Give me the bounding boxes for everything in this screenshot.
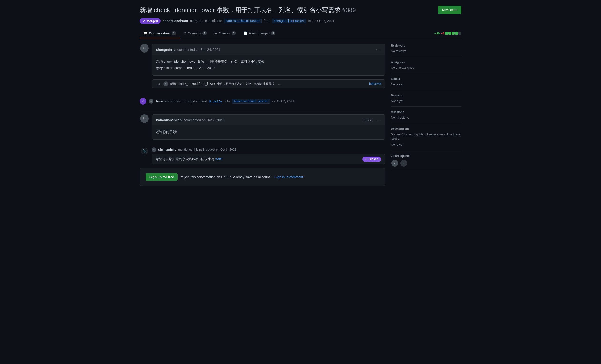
diff-block-3 bbox=[452, 32, 455, 35]
reviewers-label: Reviewers bbox=[391, 44, 461, 47]
files-icon: 📄 bbox=[243, 31, 247, 35]
diff-stats: +29 −0 bbox=[434, 32, 461, 35]
owner-badge: Owner bbox=[362, 118, 373, 122]
milestone-label: Milestone bbox=[391, 110, 461, 114]
commit-message: 新增 check_identifier_lower 参数，用于打开表名、列名、索… bbox=[170, 82, 274, 86]
new-issue-button[interactable]: New issue bbox=[438, 6, 461, 14]
tab-conversation[interactable]: 💬 Conversation 1 bbox=[140, 29, 180, 38]
merged-action: merged commit bbox=[184, 99, 207, 103]
development-label: Development bbox=[391, 127, 461, 130]
pr-meta-user: hanchuanchuan bbox=[162, 19, 188, 23]
participants-label: 2 participants bbox=[391, 154, 461, 158]
signup-button[interactable]: Sign up for free bbox=[146, 173, 178, 181]
sidebar-projects: Projects None yet bbox=[391, 90, 461, 107]
sidebar-participants: 2 participants S H bbox=[391, 150, 461, 171]
commit-hash[interactable]: b083948 bbox=[369, 82, 381, 86]
svg-text:S: S bbox=[394, 162, 395, 164]
comment-author-2[interactable]: hanchuanchuan bbox=[156, 118, 181, 122]
diff-block-2 bbox=[449, 32, 451, 35]
reviewers-value: No reviews bbox=[391, 49, 461, 53]
sidebar-milestone: Milestone No milestone bbox=[391, 107, 461, 123]
sidebar-assignees: Assignees No one assigned bbox=[391, 57, 461, 73]
diff-additions: +29 bbox=[434, 32, 440, 35]
comment-date-2: commented on Oct 7, 2021 bbox=[183, 118, 224, 122]
comment-menu-button-1[interactable]: ··· bbox=[375, 47, 381, 53]
merged-commit-link[interactable]: 9fdaf5e bbox=[209, 100, 222, 103]
merged-event: ⤢ H hanchuanchuan merged commit 9fdaf5e … bbox=[140, 96, 385, 108]
svg-text:H: H bbox=[150, 100, 152, 102]
pr-title: 新增 check_identifier_lower 参数，用于打开表名、列名、索… bbox=[140, 6, 434, 14]
labels-value: None yet bbox=[391, 82, 461, 86]
comment-author-1[interactable]: shengminjie bbox=[156, 48, 176, 52]
diff-blocks bbox=[445, 32, 461, 35]
merge-icon: ⤢ bbox=[142, 19, 145, 23]
assignees-label: Assignees bbox=[391, 61, 461, 64]
files-count: 5 bbox=[271, 31, 275, 35]
copy-icon[interactable]: ⧉ bbox=[308, 19, 311, 23]
projects-label: Projects bbox=[391, 94, 461, 97]
source-branch[interactable]: shengminjie:master bbox=[272, 19, 306, 23]
mention-event: 📎 S shengminjie mentioned this pull requ… bbox=[140, 147, 385, 164]
tabs-bar: 💬 Conversation 1 ⊙ Commits 1 ☰ Checks 0 … bbox=[140, 29, 461, 38]
pr-meta-date: on Oct 7, 2021 bbox=[313, 19, 334, 23]
mention-icon: 📎 bbox=[141, 148, 148, 154]
tab-commits[interactable]: ⊙ Commits 1 bbox=[180, 29, 210, 38]
commits-icon: ⊙ bbox=[184, 31, 187, 35]
diff-block-4 bbox=[455, 32, 458, 35]
sidebar-development: Development Successfully merging this pu… bbox=[391, 123, 461, 150]
svg-text:S: S bbox=[165, 82, 167, 85]
diff-block-5 bbox=[459, 32, 461, 35]
conversation-column: S shengminjie commented on Sep 24, 2021 … bbox=[140, 44, 385, 186]
conversation-count: 1 bbox=[171, 31, 176, 35]
commit-dots-menu[interactable]: ··· bbox=[278, 82, 281, 86]
signup-bar: Sign up for free to join this conversati… bbox=[140, 168, 385, 186]
commit-dot: –⊙– bbox=[156, 82, 161, 86]
pr-meta-row: ⤢ Merged hanchuanchuan merged 1 commit i… bbox=[140, 18, 461, 24]
mention-author-avatar: S bbox=[151, 147, 156, 152]
sidebar-column: Reviewers No reviews Assignees No one as… bbox=[391, 44, 461, 186]
timeline-item-comment-2: H hanchuanchuan commented on Oct 7, 2021 bbox=[140, 114, 385, 143]
signup-text: to join this conversation on GitHub. Alr… bbox=[180, 175, 271, 179]
participants-list: S H bbox=[391, 159, 461, 167]
milestone-value: No milestone bbox=[391, 116, 461, 119]
comment-body-1: 新增 check_identifier_lower 参数，用于打开表名、列名、索… bbox=[152, 55, 385, 75]
sidebar-reviewers: Reviewers No reviews bbox=[391, 44, 461, 57]
participant-avatar-1[interactable]: S bbox=[391, 159, 399, 167]
issue-ref: 希望可以增加控制字段名(索引名)仅小写 #387 ⤢ Closed bbox=[151, 154, 385, 164]
development-none: None yet bbox=[391, 143, 461, 146]
tab-files-changed[interactable]: 📄 Files changed 5 bbox=[240, 29, 279, 38]
merged-date: on Oct 7, 2021 bbox=[272, 99, 294, 103]
svg-text:S: S bbox=[153, 148, 154, 150]
mention-text: mentioned this pull request on Oct 8, 20… bbox=[178, 148, 236, 151]
commit-avatar: S bbox=[163, 81, 168, 86]
commits-count: 1 bbox=[202, 31, 207, 35]
checks-icon: ☰ bbox=[214, 31, 218, 35]
svg-text:S: S bbox=[143, 46, 145, 50]
participant-avatar-2[interactable]: H bbox=[400, 159, 408, 167]
timeline-divider bbox=[140, 110, 385, 110]
pr-meta-from: from bbox=[264, 19, 270, 23]
signin-link[interactable]: Sign in to comment bbox=[275, 175, 303, 179]
svg-text:H: H bbox=[143, 116, 146, 120]
avatar-shengminjie: S bbox=[140, 44, 149, 53]
comment-box-1: shengminjie commented on Sep 24, 2021 ··… bbox=[152, 44, 385, 76]
issue-ref-link[interactable]: #387 bbox=[215, 157, 223, 161]
assignees-value: No one assigned bbox=[391, 66, 461, 69]
mention-author[interactable]: shengminjie bbox=[158, 148, 176, 151]
diff-deletions: −0 bbox=[441, 32, 444, 35]
comment-body-2: 感谢你的贡献! bbox=[152, 125, 385, 139]
merged-author-name[interactable]: hanchuanchuan bbox=[156, 99, 181, 103]
conversation-icon: 💬 bbox=[143, 31, 148, 35]
projects-value: None yet bbox=[391, 99, 461, 103]
tab-checks[interactable]: ☰ Checks 0 bbox=[210, 29, 240, 38]
merged-event-icon: ⤢ bbox=[140, 98, 146, 105]
diff-block-1 bbox=[445, 32, 448, 35]
merged-target-branch[interactable]: hanchuanchuan:master bbox=[232, 99, 270, 104]
target-branch[interactable]: hanchuanchuan:master bbox=[224, 19, 262, 23]
comment-menu-button-2[interactable]: ··· bbox=[375, 117, 381, 123]
closed-icon: ⤢ bbox=[365, 158, 368, 161]
checks-count: 0 bbox=[231, 31, 236, 35]
comment-box-2: hanchuanchuan commented on Oct 7, 2021 O… bbox=[152, 114, 385, 139]
svg-text:H: H bbox=[403, 162, 405, 164]
development-text: Successfully merging this pull request m… bbox=[391, 132, 461, 141]
